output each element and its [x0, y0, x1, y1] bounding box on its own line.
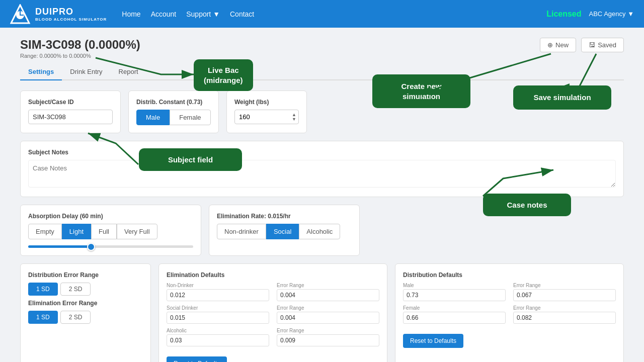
- female-distrib-err-input[interactable]: [513, 312, 616, 324]
- elim-2sd-button[interactable]: 2 SD: [60, 311, 91, 324]
- alcoholic-label: Alcoholic: [167, 328, 269, 333]
- nav-support[interactable]: Support ▼: [186, 10, 220, 18]
- absorption-slider-track[interactable]: [28, 245, 193, 248]
- social-err-label: Error Range: [277, 305, 379, 311]
- distrib-defaults-card: Distribution Defaults Male Error Range F…: [395, 263, 624, 362]
- light-button[interactable]: Light: [62, 224, 91, 239]
- weight-down-button[interactable]: ▼: [292, 117, 296, 122]
- elim-reset-button[interactable]: Reset to Defaults: [167, 356, 227, 362]
- female-distrib-label: Female: [403, 305, 506, 311]
- subject-card: Subject/Case ID: [20, 90, 121, 133]
- female-distrib-err-label: Error Range: [513, 305, 616, 311]
- social-input[interactable]: [167, 312, 269, 324]
- absorption-label: Absorption Delay (60 min): [28, 213, 193, 220]
- absorption-slider-thumb[interactable]: [87, 243, 95, 251]
- logo-icon: [10, 4, 30, 24]
- row4: Distribution Error Range 1 SD 2 SD Elimi…: [20, 263, 624, 362]
- alcoholic-err-input[interactable]: [277, 334, 379, 346]
- very-full-button[interactable]: Very Full: [117, 224, 157, 239]
- distrib-label: Distrib. Constant (0.73): [136, 99, 211, 106]
- brand-sub: BLOOD ALCOHOL SIMULATOR: [35, 17, 107, 22]
- weight-label: Weight (lbs): [234, 99, 299, 106]
- gender-toggle: Male Female: [136, 110, 211, 125]
- elimination-label: Elimination Rate: 0.015/hr: [217, 213, 352, 220]
- alcoholic-input[interactable]: [167, 334, 269, 346]
- female-distrib-field: Female: [403, 305, 506, 324]
- nav-home[interactable]: Home: [122, 10, 140, 18]
- male-distrib-err-input[interactable]: [513, 289, 616, 301]
- licensed-badge: Licensed: [546, 10, 581, 19]
- brand-name: DUIPRO: [35, 7, 107, 17]
- brand: DUIPRO BLOOD ALCOHOL SIMULATOR: [10, 4, 107, 24]
- female-distrib-err-field: Error Range: [513, 305, 616, 324]
- notes-label: Subject Notes: [28, 149, 616, 156]
- male-distrib-label: Male: [403, 283, 506, 288]
- non-drinker-err-label: Error Range: [277, 283, 379, 288]
- elim-error-label: Elimination Error Range: [28, 300, 143, 307]
- distrib-defaults-label: Distribution Defaults: [403, 272, 616, 279]
- weight-input[interactable]: [234, 110, 299, 124]
- non-drinker-input[interactable]: [167, 289, 269, 301]
- saved-button[interactable]: 🖫 Saved: [581, 38, 624, 52]
- distrib-sd-buttons: 1 SD 2 SD: [28, 283, 143, 296]
- notes-textarea[interactable]: [28, 160, 616, 188]
- male-distrib-err-field: Error Range: [513, 283, 616, 301]
- new-button[interactable]: ⊕ New: [540, 38, 576, 52]
- male-distrib-field: Male: [403, 283, 506, 301]
- elim-1sd-button[interactable]: 1 SD: [28, 311, 58, 324]
- elim-defaults-card: Elimination Defaults Non-Drinker Error R…: [158, 263, 387, 362]
- distrib-card: Distrib. Constant (0.73) Male Female: [128, 90, 219, 133]
- non-drinker-err-field: Error Range: [277, 283, 379, 301]
- elim-defaults-label: Elimination Defaults: [167, 272, 379, 279]
- nav-links: Home Account Support ▼ Contact: [122, 10, 254, 18]
- sim-title: SIM-3C098 (0.0000%): [20, 38, 140, 52]
- elimination-options: Non-drinker Social Alcoholic: [217, 224, 352, 239]
- distrib-error-label: Distribution Error Range: [28, 272, 143, 279]
- social-button[interactable]: Social: [266, 224, 299, 239]
- elimination-card: Elimination Rate: 0.015/hr Non-drinker S…: [209, 205, 360, 256]
- alcoholic-err-field: Error Range: [277, 328, 379, 346]
- alcoholic-button[interactable]: Alcoholic: [299, 224, 340, 239]
- non-drinker-button[interactable]: Non-drinker: [217, 224, 266, 239]
- alcoholic-field: Alcoholic: [167, 328, 269, 346]
- save-icon: 🖫: [589, 41, 595, 49]
- plus-icon: ⊕: [547, 41, 553, 49]
- header-buttons: ⊕ New 🖫 Saved: [540, 38, 624, 52]
- social-err-field: Error Range: [277, 305, 379, 324]
- absorption-card: Absorption Delay (60 min) Empty Light Fu…: [20, 205, 201, 256]
- navbar: DUIPRO BLOOD ALCOHOL SIMULATOR Home Acco…: [0, 0, 644, 28]
- distrib-2sd-button[interactable]: 2 SD: [60, 283, 91, 296]
- main-content: SIM-3C098 (0.0000%) Range: 0.0000% to 0.…: [0, 28, 644, 362]
- sim-header: SIM-3C098 (0.0000%) Range: 0.0000% to 0.…: [20, 38, 624, 59]
- distrib-error-card: Distribution Error Range 1 SD 2 SD Elimi…: [20, 263, 151, 362]
- male-distrib-input[interactable]: [403, 289, 506, 301]
- sim-range: Range: 0.0000% to 0.0000%: [20, 53, 140, 59]
- subject-label: Subject/Case ID: [28, 99, 113, 106]
- nav-contact[interactable]: Contact: [230, 10, 254, 18]
- non-drinker-err-input[interactable]: [277, 289, 379, 301]
- tab-drink-entry[interactable]: Drink Entry: [62, 64, 110, 80]
- notes-card: Subject Notes: [20, 141, 624, 197]
- tabs: Settings Drink Entry Report: [20, 64, 624, 80]
- social-label: Social Drinker: [167, 305, 269, 311]
- full-button[interactable]: Full: [91, 224, 117, 239]
- subject-input[interactable]: [28, 110, 113, 124]
- social-err-input[interactable]: [277, 312, 379, 324]
- empty-button[interactable]: Empty: [28, 224, 62, 239]
- female-button[interactable]: Female: [170, 110, 210, 125]
- agency-name[interactable]: ABC Agency ▼: [589, 10, 634, 18]
- distrib-reset-button[interactable]: Reset to Defaults: [403, 334, 463, 348]
- nav-right: Licensed ABC Agency ▼: [546, 10, 634, 19]
- nav-account[interactable]: Account: [151, 10, 177, 18]
- weight-card: Weight (lbs) ▲ ▼: [226, 90, 307, 133]
- distrib-1sd-button[interactable]: 1 SD: [28, 283, 58, 296]
- elim-sd-buttons: 1 SD 2 SD: [28, 311, 143, 324]
- row1: Subject/Case ID Distrib. Constant (0.73)…: [20, 90, 624, 133]
- social-field: Social Drinker: [167, 305, 269, 324]
- tab-settings[interactable]: Settings: [20, 64, 62, 80]
- male-button[interactable]: Male: [136, 110, 170, 125]
- tab-report[interactable]: Report: [111, 64, 146, 80]
- row3: Absorption Delay (60 min) Empty Light Fu…: [20, 205, 624, 256]
- female-distrib-input[interactable]: [403, 312, 506, 324]
- absorption-options: Empty Light Full Very Full: [28, 224, 193, 239]
